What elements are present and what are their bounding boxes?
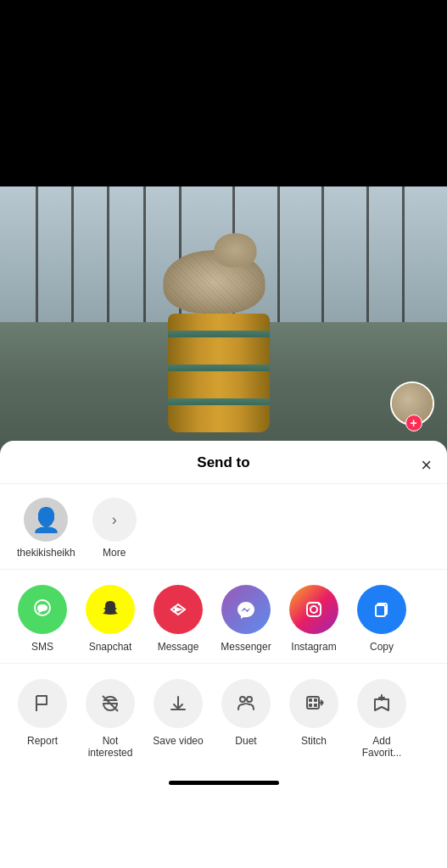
action-buttons-row: Report Notinterested Save (0, 664, 447, 772)
action-report[interactable]: Report (8, 679, 76, 747)
report-icon (18, 679, 67, 728)
duet-label: Duet (235, 735, 256, 747)
share-sms[interactable]: SMS (8, 585, 76, 653)
share-snapchat[interactable]: Snapchat (76, 585, 144, 653)
snapchat-icon (86, 585, 135, 634)
stitch-label: Stitch (301, 735, 327, 747)
video-content: + ♡ 5.8M (0, 186, 447, 458)
share-instagram[interactable]: Instagram (280, 585, 348, 653)
sms-icon (18, 585, 67, 634)
contact-name: thekikisheikh (17, 547, 75, 559)
close-button[interactable]: × (421, 456, 432, 475)
copy-label: Copy (370, 641, 394, 653)
message-icon (154, 585, 203, 634)
svg-point-11 (240, 697, 245, 702)
share-copy[interactable]: Copy (348, 585, 416, 653)
follow-button[interactable]: + (405, 415, 422, 431)
contact-avatar: 👤 (24, 498, 68, 542)
chevron-right-icon: › (112, 511, 117, 529)
share-messenger[interactable]: Messenger (212, 585, 280, 653)
action-stitch[interactable]: Stitch (280, 679, 348, 747)
capybara (163, 250, 273, 326)
creator-avatar-container[interactable]: + (390, 381, 437, 428)
action-save-video[interactable]: Save video (144, 679, 212, 747)
snapchat-label: Snapchat (89, 641, 132, 653)
send-to-sheet: Send to × 👤 thekikisheikh › More (0, 441, 447, 868)
video-section: + ♡ 5.8M (0, 0, 447, 458)
messenger-label: Messenger (221, 641, 271, 653)
more-contacts-item[interactable]: › More (92, 498, 137, 559)
svg-rect-14 (309, 698, 312, 702)
report-label: Report (27, 735, 58, 747)
svg-rect-8 (376, 605, 385, 616)
instagram-label: Instagram (291, 641, 336, 653)
action-duet[interactable]: Duet (212, 679, 280, 747)
save-video-icon (154, 679, 203, 728)
user-icon: 👤 (31, 506, 61, 534)
sheet-title: Send to (197, 454, 249, 471)
svg-rect-17 (314, 704, 317, 707)
share-message[interactable]: Message (144, 585, 212, 653)
home-indicator (169, 781, 279, 785)
action-add-favorites[interactable]: AddFavorit... (348, 679, 416, 759)
contacts-row: 👤 thekikisheikh › More (0, 484, 447, 570)
svg-point-5 (310, 606, 317, 613)
add-favorites-icon (357, 679, 406, 728)
duet-icon (221, 679, 271, 728)
svg-rect-16 (314, 698, 317, 702)
add-favorites-label: AddFavorit... (362, 735, 402, 759)
contact-item[interactable]: 👤 thekikisheikh (17, 498, 75, 559)
svg-point-6 (318, 604, 320, 605)
black-top (0, 0, 447, 186)
instagram-icon (289, 585, 338, 634)
sms-label: SMS (31, 641, 53, 653)
stitch-icon (289, 679, 338, 728)
more-label: More (103, 547, 126, 559)
message-label: Message (158, 641, 199, 653)
not-interested-icon (86, 679, 135, 728)
svg-point-12 (247, 697, 252, 702)
sheet-header: Send to × (0, 451, 447, 484)
barrel (168, 314, 270, 432)
more-button-circle: › (92, 498, 137, 542)
svg-rect-13 (307, 697, 319, 709)
action-not-interested[interactable]: Notinterested (76, 679, 144, 759)
svg-rect-15 (309, 704, 312, 707)
not-interested-label: Notinterested (88, 735, 133, 759)
save-video-label: Save video (153, 735, 203, 747)
share-apps-row: SMS Snapchat Message (0, 570, 447, 664)
messenger-icon (221, 585, 271, 634)
copy-icon (357, 585, 406, 634)
